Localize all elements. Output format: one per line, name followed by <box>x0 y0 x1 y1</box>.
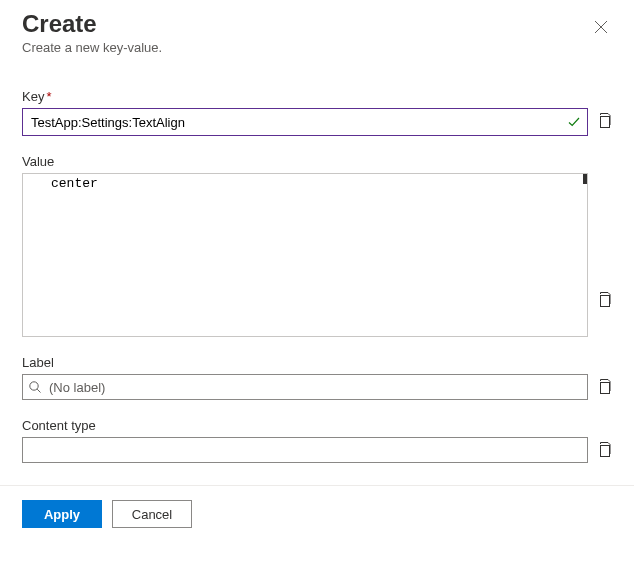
copy-content-type-button[interactable] <box>596 441 612 457</box>
apply-button[interactable]: Apply <box>22 500 102 528</box>
search-icon <box>28 380 42 394</box>
svg-rect-0 <box>601 117 610 128</box>
svg-rect-3 <box>601 383 610 394</box>
key-label: Key <box>22 89 44 104</box>
value-label: Value <box>22 154 54 169</box>
copy-icon <box>596 441 612 457</box>
content-type-input[interactable] <box>22 437 588 463</box>
copy-value-button[interactable] <box>596 291 612 307</box>
svg-rect-4 <box>601 446 610 457</box>
label-input[interactable] <box>22 374 588 400</box>
checkmark-icon <box>566 114 582 130</box>
page-title: Create <box>22 10 162 38</box>
copy-label-button[interactable] <box>596 378 612 394</box>
page-subtitle: Create a new key-value. <box>22 40 162 55</box>
required-indicator: * <box>46 89 51 104</box>
key-input[interactable] <box>22 108 588 136</box>
copy-icon <box>596 112 612 128</box>
scrollbar-thumb[interactable] <box>583 174 587 184</box>
close-button[interactable] <box>590 16 612 38</box>
copy-icon <box>596 291 612 307</box>
cancel-button[interactable]: Cancel <box>112 500 192 528</box>
value-input[interactable] <box>23 174 583 336</box>
copy-key-button[interactable] <box>596 112 612 128</box>
svg-point-2 <box>30 382 38 390</box>
content-type-label: Content type <box>22 418 96 433</box>
close-icon <box>594 20 608 34</box>
svg-rect-1 <box>601 296 610 307</box>
label-field-label: Label <box>22 355 54 370</box>
copy-icon <box>596 378 612 394</box>
